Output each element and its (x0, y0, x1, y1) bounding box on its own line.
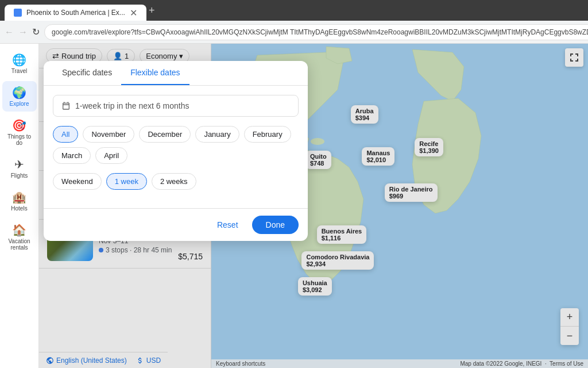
month-january[interactable]: January (195, 126, 239, 143)
modal-body: 1-week trip in the next 6 months All Nov… (44, 86, 308, 208)
browser-chrome: Phoenix to South America | Ex... ✕ + (0, 0, 588, 21)
back-button[interactable]: ← (5, 24, 14, 40)
sidebar-label-things: Things to do (5, 133, 34, 146)
sidebar-item-hotels[interactable]: 🏨 Hotels (2, 186, 37, 216)
app-layout: 🌐 Travel 🌍 Explore 🎯 Things to do ✈ Flig… (0, 44, 588, 368)
month-february[interactable]: February (244, 126, 291, 143)
tab-favicon (14, 9, 22, 17)
tab-specific-dates[interactable]: Specific dates (53, 61, 121, 85)
month-april[interactable]: April (95, 147, 127, 164)
done-button[interactable]: Done (252, 216, 299, 234)
reset-button[interactable]: Reset (210, 216, 245, 234)
hotels-icon: 🏨 (12, 190, 26, 204)
date-modal: Specific dates Flexible dates 1-week tri… (44, 61, 308, 241)
sidebar-label-hotels: Hotels (11, 205, 27, 212)
month-march[interactable]: March (53, 147, 91, 164)
browser-tabs: Phoenix to South America | Ex... ✕ + (5, 0, 154, 21)
tab-title: Phoenix to South America | Ex... (26, 9, 125, 17)
active-tab[interactable]: Phoenix to South America | Ex... ✕ (5, 5, 146, 21)
month-all[interactable]: All (53, 126, 78, 143)
url-text: google.com/travel/explore?tfs=CBwQAxooag… (52, 28, 588, 36)
duration-weekend[interactable]: Weekend (53, 173, 102, 190)
duration-2weeks[interactable]: 2 weeks (152, 173, 196, 190)
calendar-icon (61, 101, 71, 110)
new-tab-button[interactable]: + (149, 5, 155, 17)
month-november[interactable]: November (83, 126, 134, 143)
modal-overlay: Specific dates Flexible dates 1-week tri… (39, 44, 588, 368)
sidebar-item-vacation-rentals[interactable]: 🏠 Vacation rentals (2, 218, 37, 255)
main-content: ⇄ Round trip 👤 1 Economy ▾ Aruba (39, 44, 588, 368)
sidebar-label-explore: Explore (10, 101, 29, 107)
months-row: All November December January February (53, 126, 299, 164)
duration-row: Weekend 1 week 2 weeks (53, 173, 299, 190)
flights-icon: ✈ (14, 158, 24, 171)
month-december[interactable]: December (139, 126, 191, 143)
things-icon: 🎯 (12, 118, 26, 132)
sidebar-item-flights[interactable]: ✈ Flights (2, 153, 37, 183)
modal-tabs: Specific dates Flexible dates (44, 61, 308, 86)
date-input-row[interactable]: 1-week trip in the next 6 months (53, 95, 299, 117)
sidebar-label-flights: Flights (11, 172, 28, 179)
sidebar-item-explore[interactable]: 🌍 Explore (2, 81, 37, 112)
sidebar-label-travel: Travel (11, 68, 27, 74)
sidebar-item-things-to-do[interactable]: 🎯 Things to do (2, 114, 37, 151)
vacation-icon: 🏠 (12, 223, 26, 237)
sidebar-item-travel[interactable]: 🌐 Travel (2, 48, 37, 79)
duration-1week[interactable]: 1 week (106, 173, 147, 190)
forward-button[interactable]: → (18, 24, 28, 40)
travel-icon: 🌐 (12, 53, 26, 67)
tab-flexible-dates[interactable]: Flexible dates (121, 61, 189, 85)
url-bar[interactable]: google.com/travel/explore?tfs=CBwQAxooag… (44, 24, 588, 40)
sidebar: 🌐 Travel 🌍 Explore 🎯 Things to do ✈ Flig… (0, 44, 39, 368)
modal-footer: Reset Done (44, 208, 308, 241)
explore-icon: 🌍 (12, 86, 26, 99)
browser-toolbar: ← → ↻ google.com/travel/explore?tfs=CBwQ… (0, 21, 588, 44)
tab-close-button[interactable]: ✕ (130, 7, 137, 18)
refresh-button[interactable]: ↻ (32, 24, 40, 40)
date-input-text: 1-week trip in the next 6 months (75, 101, 189, 110)
sidebar-label-vacation: Vacation rentals (5, 238, 34, 251)
